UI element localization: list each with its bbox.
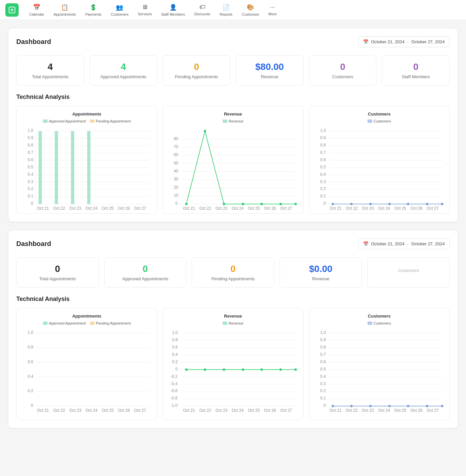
svg-text:0.8: 0.8 [28,345,33,350]
chart-revenue-1: Revenue Revenue 0 10 20 30 40 [162,106,303,214]
svg-point-53 [204,130,206,132]
stat-cards-2: 0 Total Appointments 0 Approved Appointm… [16,257,450,288]
svg-text:Oct 21: Oct 21 [183,206,195,211]
dashboard-header-2: Dashboard 📅 October 21, 2024 - October 2… [16,238,450,249]
svg-point-88 [332,203,334,205]
svg-text:0.4: 0.4 [320,172,326,177]
svg-text:1.0: 1.0 [320,331,326,335]
nav-item-payments[interactable]: 💲 Payments [81,1,106,19]
svg-text:0.1: 0.1 [320,396,326,401]
date-range-picker-2[interactable]: 📅 October 21, 2024 - October 27, 2024 [358,238,450,249]
dashboard-header-1: Dashboard 📅 October 21, 2024 - October 2… [16,36,450,47]
svg-point-55 [242,203,244,205]
svg-text:Oct 27: Oct 27 [427,408,439,413]
svg-text:Oct 23: Oct 23 [362,206,374,211]
svg-text:0.3: 0.3 [28,179,33,184]
svg-text:0: 0 [323,201,326,206]
svg-text:Oct 26: Oct 26 [264,206,276,211]
svg-text:Oct 25: Oct 25 [248,206,260,211]
dashboard-title-1: Dashboard [16,38,51,46]
nav-item-reports[interactable]: 📄 Reports [216,1,237,19]
legend-pending-1: Pending Appointment [90,119,131,123]
stat-staff-1: 0 Staff Members [382,55,450,86]
legend-revenue-label-2: Revenue [229,321,243,325]
stat-pending-appts-1: 0 Pending Appointments [162,55,230,86]
appointments-icon: 📋 [61,4,68,11]
payments-icon: 💲 [90,4,97,11]
chart-appointments-2: Appointments Approved Appointment Pendin… [16,308,157,420]
svg-text:0.6: 0.6 [28,359,33,364]
svg-text:Oct 27: Oct 27 [280,206,292,211]
svg-point-58 [295,203,297,205]
nav-item-calendar[interactable]: 📅 Calendar [25,1,48,19]
svg-text:0: 0 [31,201,33,206]
svg-rect-25 [71,131,74,204]
nav-item-more[interactable]: ··· More [264,1,281,19]
legend-approved-label-1: Approved Appointment [49,119,86,123]
svg-text:0.4: 0.4 [28,172,33,177]
svg-text:50: 50 [174,161,178,165]
svg-text:60: 60 [174,152,178,157]
svg-text:Oct 24: Oct 24 [378,206,390,211]
svg-text:1.0: 1.0 [28,331,33,335]
legend-customers-label-1: Customers [373,119,391,123]
svg-text:Oct 23: Oct 23 [216,408,228,413]
nav-item-staff[interactable]: 👤 Staff Members [157,1,189,19]
svg-text:0.8: 0.8 [320,345,326,350]
svg-text:Oct 25: Oct 25 [102,206,114,211]
svg-text:Oct 21: Oct 21 [37,408,49,413]
svg-text:0.9: 0.9 [320,135,326,140]
svg-text:0.6: 0.6 [320,157,326,162]
svg-text:0.8: 0.8 [28,143,33,147]
svg-text:0: 0 [175,367,178,371]
stat-value-staff-1: 0 [413,62,418,72]
customize-icon: 🎨 [247,4,254,11]
svg-text:-1.0: -1.0 [171,403,178,408]
legend-approved-1: Approved Appointment [43,119,86,123]
stat-value-approved-1: 4 [121,62,126,72]
stat-label-approved-2: Approved Appointments [122,276,168,281]
svg-text:Oct 26: Oct 26 [264,408,276,413]
charts-row-2: Appointments Approved Appointment Pendin… [16,308,450,420]
svg-point-52 [185,203,187,205]
top-navigation: 📅 Calendar 📋 Appointments 💲 Payments 👥 C… [0,0,466,20]
svg-point-147 [261,368,263,371]
nav-item-customers[interactable]: 👥 Customers [107,1,132,19]
chart-revenue-legend-1: Revenue [168,119,298,123]
svg-text:0.6: 0.6 [320,359,326,364]
revenue-svg-1: 0 10 20 30 40 50 60 70 80 [168,126,298,207]
legend-customers-item-1: Customers [367,119,391,123]
svg-text:0.5: 0.5 [320,367,326,371]
date-range-picker-1[interactable]: 📅 October 21, 2024 - October 27, 2024 [358,36,450,47]
nav-item-services[interactable]: 🖥 Services [134,1,156,19]
app-logo[interactable] [5,3,19,17]
date-from-2: October 21, 2024 [371,241,404,246]
svg-text:1.0: 1.0 [320,128,326,133]
svg-text:Oct 25: Oct 25 [248,408,260,413]
svg-point-149 [295,368,297,371]
svg-point-183 [407,405,409,407]
legend-pending-dot-1 [90,119,95,123]
chart-customers-1: Customers Customers 0 0.1 0.2 0.3 0.4 0. [309,106,450,214]
stat-value-total-appts-1: 4 [48,62,53,72]
svg-text:0.1: 0.1 [320,194,326,198]
svg-point-57 [280,203,282,205]
nav-item-customize[interactable]: 🎨 Customize [238,1,263,19]
svg-text:20: 20 [174,185,178,190]
technical-analysis-1: Technical Analysis Appointments Approved… [16,94,450,214]
customers-icon: 👥 [116,4,123,11]
chart-customers-legend-1: Customers [315,119,444,123]
chart-customers-legend-2: Customers [315,321,444,325]
svg-text:Oct 24: Oct 24 [86,408,98,413]
date-separator-2: - [407,241,408,246]
svg-text:Oct 21: Oct 21 [183,408,195,413]
svg-text:80: 80 [174,136,178,141]
charts-row-1: Appointments Approved Appointment Pendin… [16,106,450,214]
nav-item-appointments[interactable]: 📋 Appointments [50,1,80,19]
stat-label-pending-1: Pending Appointments [175,74,218,79]
svg-point-146 [242,368,244,371]
nav-item-discounts[interactable]: 🏷 Discounts [190,1,214,19]
svg-text:Oct 26: Oct 26 [118,206,130,211]
svg-text:Oct 22: Oct 22 [53,206,65,211]
stat-pending-appts-2: 0 Pending Appointments [192,257,274,288]
